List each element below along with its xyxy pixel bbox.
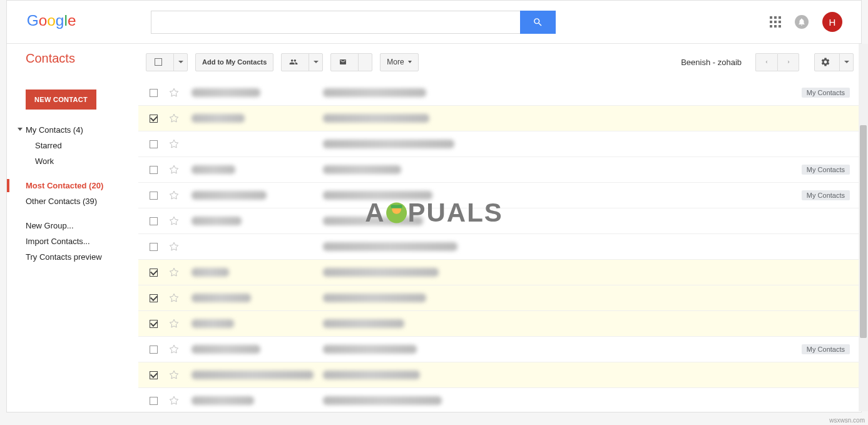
search-input[interactable] <box>151 11 520 34</box>
mail-icon <box>338 58 348 66</box>
contact-row[interactable] <box>138 106 861 131</box>
search-button[interactable] <box>520 11 556 34</box>
star-icon[interactable] <box>169 293 179 303</box>
row-checkbox[interactable] <box>150 192 158 200</box>
star-icon[interactable] <box>169 216 179 226</box>
contact-email <box>323 140 850 148</box>
label-chip[interactable]: My Contacts <box>802 165 850 175</box>
label-chip[interactable]: My Contacts <box>802 88 850 98</box>
header-right: H <box>770 12 842 32</box>
contact-row[interactable] <box>138 260 861 285</box>
star-icon[interactable] <box>169 319 179 329</box>
contact-name <box>191 268 323 277</box>
contact-row[interactable]: My Contacts <box>138 157 861 183</box>
scrollbar-thumb[interactable] <box>860 125 867 338</box>
contact-email <box>323 345 802 354</box>
apps-icon[interactable] <box>770 16 781 28</box>
contact-row[interactable] <box>138 362 861 388</box>
contact-row[interactable] <box>138 131 861 157</box>
select-all-dropdown[interactable] <box>146 53 188 71</box>
header-bar: Google H <box>7 1 861 44</box>
contact-email <box>323 396 850 405</box>
row-checkbox[interactable] <box>150 346 158 354</box>
row-checkbox[interactable] <box>150 371 158 379</box>
contact-email <box>323 242 850 251</box>
contact-row[interactable]: My Contacts <box>138 183 861 208</box>
sidebar-item-try-preview[interactable]: Try Contacts preview <box>7 249 138 265</box>
star-icon[interactable] <box>169 139 179 149</box>
contact-name <box>191 165 323 174</box>
contact-email <box>323 88 802 97</box>
contact-row[interactable] <box>138 311 861 337</box>
main-panel: Add to My Contacts More Beenish - zohaib <box>138 44 861 412</box>
star-icon[interactable] <box>169 165 179 175</box>
star-icon[interactable] <box>169 396 179 406</box>
account-avatar[interactable]: H <box>822 12 842 32</box>
sidebar-item-label: Import Contacts... <box>26 237 90 246</box>
sidebar-item-work[interactable]: Work <box>7 153 138 169</box>
settings-dropdown[interactable] <box>814 53 854 71</box>
svg-text:Google: Google <box>27 13 76 29</box>
chevron-down-icon <box>408 61 412 63</box>
chevron-right-icon <box>786 58 791 66</box>
row-checkbox[interactable] <box>150 140 158 148</box>
notifications-icon[interactable] <box>795 15 809 29</box>
label-chip[interactable]: My Contacts <box>802 190 850 200</box>
label-chip[interactable]: My Contacts <box>802 344 850 354</box>
sidebar-item-label: Try Contacts preview <box>26 252 102 262</box>
chevron-down-icon <box>18 128 23 131</box>
contact-row[interactable] <box>138 388 861 412</box>
star-icon[interactable] <box>169 113 179 123</box>
contact-row[interactable] <box>138 234 861 260</box>
row-checkbox[interactable] <box>150 166 158 174</box>
groups-icon <box>287 58 300 66</box>
next-button[interactable] <box>777 53 799 71</box>
contact-name <box>191 396 323 405</box>
row-checkbox[interactable] <box>150 397 158 405</box>
sidebar-item-other-contacts[interactable]: Other Contacts (39) <box>7 193 138 209</box>
row-checkbox[interactable] <box>150 217 158 225</box>
search-form <box>151 11 556 34</box>
contact-row[interactable] <box>138 208 861 234</box>
app-title: Contacts <box>7 51 138 77</box>
row-checkbox[interactable] <box>150 269 158 277</box>
new-contact-button[interactable]: NEW CONTACT <box>26 90 96 110</box>
row-checkbox[interactable] <box>150 320 158 328</box>
star-icon[interactable] <box>169 370 179 380</box>
contact-name <box>191 294 323 302</box>
row-checkbox[interactable] <box>150 294 158 302</box>
contact-email <box>323 268 850 277</box>
sidebar-item-import-contacts[interactable]: Import Contacts... <box>7 233 138 249</box>
contacts-list: My ContactsMy ContactsMy ContactsMy Cont… <box>138 80 861 412</box>
star-icon[interactable] <box>169 242 179 252</box>
chevron-down-icon <box>844 61 849 63</box>
star-icon[interactable] <box>169 344 179 354</box>
sidebar-item-starred[interactable]: Starred <box>7 138 138 153</box>
contact-row[interactable] <box>138 285 861 311</box>
sidebar-item-new-group[interactable]: New Group... <box>7 218 138 233</box>
google-logo[interactable]: Google <box>26 13 83 31</box>
star-icon[interactable] <box>169 267 179 277</box>
contact-row[interactable]: My Contacts <box>138 337 861 362</box>
chevron-down-icon <box>178 61 183 63</box>
star-icon[interactable] <box>169 190 179 200</box>
add-to-contacts-button[interactable]: Add to My Contacts <box>195 53 273 71</box>
gear-icon <box>820 57 830 67</box>
row-checkbox[interactable] <box>150 243 158 251</box>
chevron-left-icon <box>764 58 769 66</box>
row-checkbox[interactable] <box>150 115 158 123</box>
contact-email <box>323 191 802 200</box>
sidebar-item-label: Work <box>35 156 54 166</box>
email-dropdown[interactable] <box>330 53 372 71</box>
contact-row[interactable]: My Contacts <box>138 80 861 106</box>
sidebar-item-label: Other Contacts (39) <box>26 197 97 206</box>
row-checkbox[interactable] <box>150 89 158 97</box>
sidebar-item-my-contacts[interactable]: My Contacts (4) <box>7 122 138 138</box>
pagination-arrows <box>755 53 799 71</box>
more-dropdown[interactable]: More <box>380 53 418 71</box>
sidebar-item-most-contacted[interactable]: Most Contacted (20) <box>7 178 138 193</box>
groups-dropdown[interactable] <box>281 53 323 71</box>
scrollbar-track[interactable] <box>859 44 868 411</box>
prev-button[interactable] <box>755 53 777 71</box>
star-icon[interactable] <box>169 88 179 98</box>
